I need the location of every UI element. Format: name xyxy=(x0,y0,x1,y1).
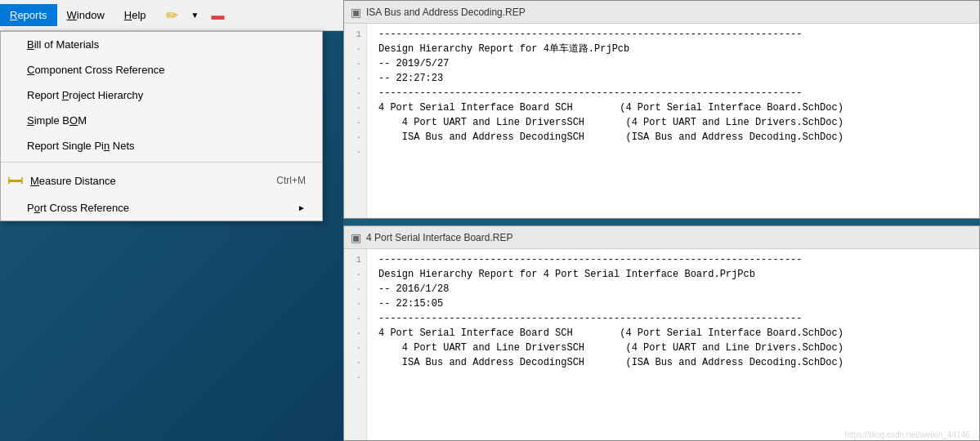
line-num: 1 xyxy=(349,252,361,267)
menu-shortcut: Ctrl+M xyxy=(276,175,306,186)
doc-title-top: ISA Bus and Address Decoding.REP xyxy=(366,7,526,18)
line-num: · xyxy=(349,267,361,282)
doc-titlebar-bottom: ▣ 4 Port Serial Interface Board.REP xyxy=(344,226,979,249)
measure-distance-icon xyxy=(7,172,24,189)
line-num: · xyxy=(349,86,361,100)
line-num: · xyxy=(349,296,361,311)
menu-help-label: Help xyxy=(124,9,146,21)
submenu-arrow-icon: ► xyxy=(298,203,306,212)
toolbar-layout-icon[interactable]: ▬ xyxy=(208,6,228,25)
toolbar-icons: ✏ ▼ ▬ xyxy=(163,6,228,25)
menu-reports[interactable]: Reports xyxy=(0,4,57,26)
doc-line: 4 Port Serial Interface Board SCH (4 Por… xyxy=(374,326,973,341)
line-num: · xyxy=(349,100,361,115)
line-num: · xyxy=(349,311,361,326)
menu-window[interactable]: Window xyxy=(57,4,114,26)
menu-item-label: Measure Distance xyxy=(30,175,116,187)
menu-item-bill-of-materials[interactable]: Bill of Materials xyxy=(1,32,322,57)
doc-line: -- 2019/5/27 xyxy=(374,56,973,71)
doc-title-bottom: 4 Port Serial Interface Board.REP xyxy=(366,232,512,243)
menu-item-label: Simple BOM xyxy=(27,114,87,127)
line-numbers-top: 1 · · · · · · · · xyxy=(344,24,367,218)
toolbar-dropdown-icon[interactable]: ▼ xyxy=(186,6,205,25)
line-num: · xyxy=(349,326,361,341)
line-num: 1 xyxy=(349,27,361,42)
doc-line: ----------------------------------------… xyxy=(374,311,973,326)
doc-lines-bottom: ----------------------------------------… xyxy=(367,249,979,440)
menu-item-measure-distance[interactable]: Measure Distance Ctrl+M xyxy=(1,166,322,195)
menu-help[interactable]: Help xyxy=(114,4,156,26)
line-num: · xyxy=(349,282,361,296)
line-num: · xyxy=(349,71,361,86)
svg-rect-0 xyxy=(9,180,22,182)
doc-panel-top: ▣ ISA Bus and Address Decoding.REP 1 · ·… xyxy=(343,0,980,219)
watermark: https://blog.csdn.net/weixin_44146... xyxy=(844,430,977,439)
menu-item-label: Port Cross Reference xyxy=(27,202,129,214)
doc-line: ISA Bus and Address DecodingSCH (ISA Bus… xyxy=(374,130,973,145)
menu-item-report-single-pin-nets[interactable]: Report Single Pin Nets xyxy=(1,133,322,158)
doc-line: Design Hierarchy Report for 4 Port Seria… xyxy=(374,267,973,282)
doc-icon-top: ▣ xyxy=(351,6,361,19)
menu-item-port-cross-reference[interactable]: Port Cross Reference ► xyxy=(1,195,322,220)
doc-line: 4 Port UART and Line DriversSCH (4 Port … xyxy=(374,115,973,130)
doc-line: Design Hierarchy Report for 4单车道路.PrjPcb xyxy=(374,42,973,56)
doc-panel-bottom: ▣ 4 Port Serial Interface Board.REP 1 · … xyxy=(343,225,980,441)
menu-item-label: Component Cross Reference xyxy=(27,64,164,76)
line-num: · xyxy=(349,56,361,71)
doc-line: ----------------------------------------… xyxy=(374,86,973,100)
doc-line: 4 Port UART and Line DriversSCH (4 Port … xyxy=(374,341,973,355)
doc-line: -- 2016/1/28 xyxy=(374,282,973,296)
doc-titlebar-top: ▣ ISA Bus and Address Decoding.REP xyxy=(344,1,979,24)
line-num: · xyxy=(349,115,361,130)
line-num: · xyxy=(349,355,361,370)
menu-window-label: Window xyxy=(67,9,105,21)
menu-item-label: Report Single Pin Nets xyxy=(27,140,135,152)
doc-icon-bottom: ▣ xyxy=(351,231,361,244)
menu-reports-label: Reports xyxy=(10,9,47,21)
line-num: · xyxy=(349,130,361,145)
menubar: Reports Window Help ✏ ▼ ▬ xyxy=(0,0,343,31)
line-num: · xyxy=(349,145,361,159)
doc-line: 4 Port Serial Interface Board SCH (4 Por… xyxy=(374,100,973,115)
menu-item-simple-bom[interactable]: Simple BOM xyxy=(1,108,322,133)
line-num: · xyxy=(349,42,361,56)
line-numbers-bottom: 1 · · · · · · · · xyxy=(344,249,367,440)
doc-lines-top: ----------------------------------------… xyxy=(367,24,979,218)
doc-line: -- 22:15:05 xyxy=(374,296,973,311)
menu-item-label: Report Project Hierarchy xyxy=(27,89,143,101)
doc-content-top: 1 · · · · · · · · ----------------------… xyxy=(344,24,979,218)
menu-separator xyxy=(1,162,322,163)
dropdown-menu: Bill of Materials Component Cross Refere… xyxy=(0,31,323,221)
line-num: · xyxy=(349,341,361,355)
toolbar-pencil-icon[interactable]: ✏ xyxy=(163,6,182,25)
doc-content-bottom: 1 · · · · · · · · ----------------------… xyxy=(344,249,979,440)
doc-line: ----------------------------------------… xyxy=(374,252,973,267)
doc-line: -- 22:27:23 xyxy=(374,71,973,86)
menu-item-component-cross-reference[interactable]: Component Cross Reference xyxy=(1,57,322,82)
menu-item-report-project-hierarchy[interactable]: Report Project Hierarchy xyxy=(1,82,322,108)
doc-line: ----------------------------------------… xyxy=(374,27,973,42)
menu-item-label: Bill of Materials xyxy=(27,38,99,51)
doc-line: ISA Bus and Address DecodingSCH (ISA Bus… xyxy=(374,355,973,370)
line-num: · xyxy=(349,370,361,385)
